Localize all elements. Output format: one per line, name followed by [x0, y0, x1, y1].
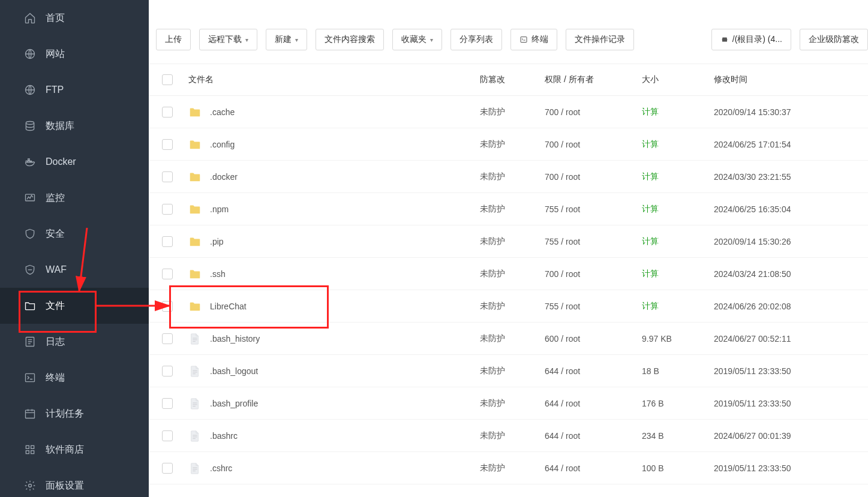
file-size[interactable]: 计算: [642, 236, 714, 247]
shield-icon: [24, 228, 36, 240]
file-name[interactable]: .ssh: [210, 269, 226, 279]
file-name[interactable]: .docker: [210, 172, 238, 182]
file-name[interactable]: .bashrc: [210, 431, 238, 441]
svg-rect-5: [26, 373, 35, 381]
favorites-button[interactable]: 收藏夹▾: [392, 29, 442, 50]
file-size: 18 B: [642, 366, 714, 376]
sidebar-item-home[interactable]: 首页: [0, 0, 149, 36]
button-label: 收藏夹: [401, 34, 427, 45]
file-size[interactable]: 计算: [642, 107, 714, 118]
file-name[interactable]: .bash_profile: [210, 399, 258, 408]
row-checkbox[interactable]: [162, 366, 173, 376]
file-size: 234 B: [642, 431, 714, 441]
chevron-down-icon: ▾: [245, 37, 248, 43]
file-name[interactable]: .cache: [210, 107, 235, 117]
table-row[interactable]: .config未防护700 / root计算2024/06/25 17:01:5…: [149, 128, 868, 161]
table-row[interactable]: .bashrc未防护644 / root234 B2024/06/27 00:0…: [149, 420, 868, 452]
file-protect: 未防护: [480, 333, 545, 344]
file-size[interactable]: 计算: [642, 204, 714, 215]
row-checkbox[interactable]: [162, 107, 173, 118]
table-row[interactable]: .bash_history未防护600 / root9.97 KB2024/06…: [149, 323, 868, 355]
file-name[interactable]: .cshrc: [210, 463, 232, 473]
sidebar-item-settings[interactable]: 面板设置: [0, 468, 149, 497]
row-checkbox[interactable]: [162, 463, 173, 474]
file-icon: [188, 429, 202, 442]
file-name[interactable]: .bash_logout: [210, 366, 258, 376]
sidebar-item-logs[interactable]: 日志: [0, 324, 149, 360]
row-checkbox[interactable]: [162, 269, 173, 279]
table-row[interactable]: .ssh未防护700 / root计算2024/03/24 21:08:50: [149, 258, 868, 290]
row-checkbox[interactable]: [162, 171, 173, 182]
button-label: 文件操作记录: [575, 34, 625, 45]
row-checkbox[interactable]: [162, 301, 173, 312]
table-row[interactable]: .cshrc未防护644 / root100 B2019/05/11 23:33…: [149, 452, 868, 484]
path-button[interactable]: /(根目录) (4...: [711, 29, 791, 50]
svg-point-11: [29, 484, 32, 487]
file-protect: 未防护: [480, 398, 545, 409]
op-log-button[interactable]: 文件操作记录: [566, 29, 634, 50]
file-name[interactable]: .config: [210, 140, 235, 149]
gear-icon: [24, 480, 36, 492]
share-list-button[interactable]: 分享列表: [450, 29, 502, 50]
file-protect: 未防护: [480, 107, 545, 118]
file-size[interactable]: 计算: [642, 301, 714, 312]
column-header-perm[interactable]: 权限 / 所有者: [545, 74, 642, 85]
terminal-button[interactable]: 终端: [510, 29, 557, 50]
sidebar-item-monitor[interactable]: 监控: [0, 180, 149, 216]
table-row[interactable]: .docker未防护700 / root计算2024/03/30 23:21:5…: [149, 161, 868, 193]
svg-rect-9: [26, 451, 29, 454]
sidebar-item-waf[interactable]: WAF: [0, 252, 149, 288]
folder-icon: [188, 300, 202, 313]
file-perm: 644 / root: [545, 399, 642, 408]
table-row[interactable]: .cache未防护700 / root计算2020/09/14 15:30:37: [149, 96, 868, 128]
table-row[interactable]: .npm未防护755 / root计算2024/06/25 16:35:04: [149, 193, 868, 225]
file-name[interactable]: .npm: [210, 204, 229, 214]
file-name[interactable]: LibreChat: [210, 302, 247, 311]
button-label: 新建: [275, 34, 292, 45]
row-checkbox[interactable]: [162, 430, 173, 441]
sidebar-item-terminal[interactable]: 终端: [0, 360, 149, 396]
database-icon: [24, 120, 36, 132]
file-size[interactable]: 计算: [642, 171, 714, 182]
sidebar-item-database[interactable]: 数据库: [0, 108, 149, 144]
file-perm: 755 / root: [545, 237, 642, 246]
folder-icon: [188, 203, 202, 216]
sidebar-item-ftp[interactable]: FTP: [0, 72, 149, 108]
table-row[interactable]: .bash_logout未防护644 / root18 B2019/05/11 …: [149, 355, 868, 387]
column-header-mtime[interactable]: 修改时间: [714, 74, 834, 85]
sidebar-item-security[interactable]: 安全: [0, 216, 149, 252]
sidebar-item-website[interactable]: 网站: [0, 36, 149, 72]
select-all-checkbox[interactable]: [162, 74, 173, 85]
sidebar-item-appstore[interactable]: 软件商店: [0, 432, 149, 468]
upload-button[interactable]: 上传: [156, 29, 191, 50]
file-protect: 未防护: [480, 430, 545, 441]
content-search-button[interactable]: 文件内容搜索: [316, 29, 384, 50]
folder-icon: [188, 106, 202, 119]
file-name[interactable]: .pip: [210, 237, 224, 246]
row-checkbox[interactable]: [162, 204, 173, 215]
file-name[interactable]: .bash_history: [210, 334, 260, 344]
sidebar-item-files[interactable]: 文件: [0, 288, 149, 324]
row-checkbox[interactable]: [162, 398, 173, 409]
column-header-name[interactable]: 文件名: [186, 74, 480, 85]
table-row[interactable]: .pip未防护755 / root计算2020/09/14 15:30:26: [149, 225, 868, 258]
main-content: 上传 远程下载▾ 新建▾ 文件内容搜索 收藏夹▾ 分享列表 终端 文件操作记录 …: [149, 0, 868, 497]
svg-rect-6: [26, 410, 35, 418]
tamper-button[interactable]: 企业级防篡改: [800, 29, 868, 50]
sidebar-item-label: 计划任务: [46, 408, 84, 420]
sidebar-item-label: 网站: [46, 48, 65, 61]
file-perm: 755 / root: [545, 302, 642, 311]
column-header-protect[interactable]: 防篡改: [480, 74, 545, 85]
column-header-size[interactable]: 大小: [642, 74, 714, 85]
file-size[interactable]: 计算: [642, 139, 714, 150]
row-checkbox[interactable]: [162, 333, 173, 344]
remote-download-button[interactable]: 远程下载▾: [199, 29, 257, 50]
file-size[interactable]: 计算: [642, 269, 714, 279]
row-checkbox[interactable]: [162, 236, 173, 247]
table-row[interactable]: LibreChat未防护755 / root计算2024/06/26 20:02…: [149, 290, 868, 323]
sidebar-item-docker[interactable]: Docker: [0, 144, 149, 180]
table-row[interactable]: .bash_profile未防护644 / root176 B2019/05/1…: [149, 387, 868, 420]
row-checkbox[interactable]: [162, 139, 173, 150]
sidebar-item-cron[interactable]: 计划任务: [0, 396, 149, 432]
new-button[interactable]: 新建▾: [266, 29, 307, 50]
